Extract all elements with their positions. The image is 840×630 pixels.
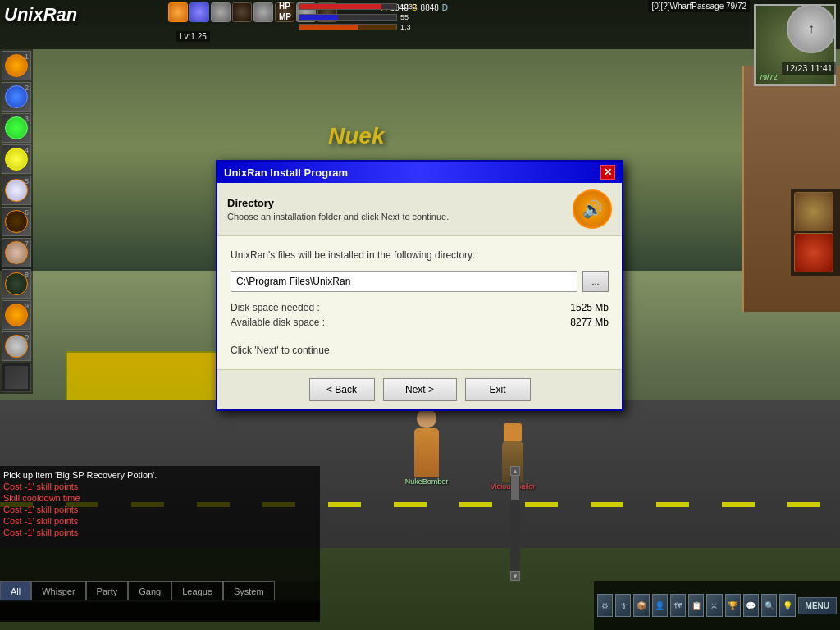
minimap-compass: ↑	[787, 4, 836, 53]
slot-num-3: 3	[25, 115, 29, 123]
bottom-icon-2[interactable]: 🗡	[615, 594, 631, 617]
chat-line-5: Cost -1' skill points	[3, 515, 317, 527]
bottom-icon-7[interactable]: ⚔	[706, 594, 722, 617]
disk-space-value: 1525 Mb	[570, 302, 609, 313]
bottom-icon-10[interactable]: 🔍	[761, 594, 777, 617]
bottom-icon-6[interactable]: 📋	[688, 594, 704, 617]
left-skillbar: 1 2 3 4 5 6 7 8 9 0	[0, 49, 33, 394]
chat-tab-all[interactable]: All	[0, 581, 31, 601]
scroll-down-arrow[interactable]: ▼	[510, 571, 520, 581]
skill-slot-9[interactable]: 9	[2, 300, 31, 330]
skill-slot-5[interactable]: 5	[2, 176, 31, 205]
slot-num-1: 1	[25, 52, 29, 61]
skill-slot-11[interactable]	[2, 363, 31, 392]
hp-label: HP	[279, 2, 295, 11]
skill-slot-6[interactable]: 6	[2, 207, 31, 236]
skill-slot-1[interactable]: 1	[2, 51, 31, 80]
back-button[interactable]: < Back	[309, 378, 375, 401]
path-input[interactable]	[231, 271, 578, 292]
icon-stat1	[211, 2, 231, 22]
scroll-thumb[interactable]	[511, 476, 519, 500]
exp-bar-row: 1.3	[279, 23, 417, 31]
bottom-icon-4[interactable]: 👤	[652, 594, 668, 617]
slot-num-8: 8	[25, 271, 29, 279]
next-button[interactable]: Next >	[383, 378, 457, 401]
mp-bar-inner	[299, 15, 338, 20]
player-body	[414, 428, 439, 477]
mp-bar-row: MP 55	[279, 12, 417, 21]
exit-button[interactable]: Exit	[465, 378, 531, 401]
bottom-icon-8[interactable]: 🏆	[725, 594, 741, 617]
dialog-titlebar: UnixRan Install Program ✕	[217, 162, 622, 183]
dialog-header-text: Directory Choose an installation folder …	[227, 197, 449, 221]
skill-slot-2[interactable]: 2	[2, 82, 31, 112]
scene-title-text: Nuek	[328, 123, 384, 149]
chat-tab-whisper[interactable]: Whisper	[31, 581, 85, 601]
compass-needle: ↑	[808, 21, 815, 36]
bottom-icon-1[interactable]: ⚙	[597, 594, 613, 617]
dialog-body-text: UnixRan's files will be installed in the…	[231, 249, 609, 261]
exp-bar-inner	[299, 25, 358, 30]
hp-value: 1232	[400, 2, 417, 11]
skill-slot-4[interactable]: 4	[2, 144, 31, 174]
disk-info: Disk space needed : 1525 Mb Available di…	[231, 302, 609, 328]
icon-mp	[189, 2, 209, 22]
dialog-footer: < Back Next > Exit	[217, 369, 622, 409]
chat-tabs: All Whisper Party Gang League System	[0, 581, 320, 601]
dialog-header-icon: 🔊	[573, 189, 612, 229]
chat-tab-league[interactable]: League	[171, 581, 223, 601]
stats-area: HP 1232 MP 55 1.3	[279, 2, 417, 31]
chat-line-4: Cost -1' skill points	[3, 504, 317, 515]
chat-input-bar	[0, 600, 320, 622]
scroll-track	[510, 476, 520, 571]
chat-line-3: Skill cooldown time	[3, 492, 317, 504]
bottom-right-icons: ⚙ 🗡 📦 👤 🗺 📋 ⚔ 🏆 💬 🔍 💡 MENU	[594, 581, 840, 630]
chat-tab-party[interactable]: Party	[86, 581, 129, 601]
bottom-icon-3[interactable]: 📦	[633, 594, 649, 617]
mp-value: 55	[400, 13, 409, 21]
hp-bar-outer	[299, 3, 397, 10]
avail-space-label: Available disk space :	[231, 317, 325, 328]
exp-bar-outer	[299, 24, 397, 30]
dialog-close-button[interactable]: ✕	[600, 165, 615, 180]
chat-input[interactable]	[0, 602, 320, 620]
chat-scrollbar[interactable]: ▲ ▼	[510, 466, 520, 581]
location-info: [0][?]WharfPassage 79/72	[648, 0, 750, 12]
slot-num-6: 6	[25, 208, 29, 217]
hp-bar-row: HP 1232	[279, 2, 417, 11]
mp-label: MP	[279, 12, 295, 21]
slot-num-5: 5	[25, 177, 29, 185]
bottom-icon-5[interactable]: 🗺	[670, 594, 686, 617]
menu-button[interactable]: MENU	[798, 597, 837, 614]
right-hud	[791, 189, 840, 276]
icon-stat3	[253, 2, 273, 22]
slot-num-7: 7	[25, 240, 29, 248]
bottom-icon-11[interactable]: 💡	[779, 594, 795, 617]
enemy-head	[504, 423, 522, 441]
chat-tab-gang[interactable]: Gang	[128, 581, 171, 601]
player-head	[417, 409, 436, 428]
stat-icon: D	[442, 3, 448, 12]
dialog-body: UnixRan's files will be installed in the…	[217, 236, 622, 369]
continue-note: Click 'Next' to continue.	[231, 345, 609, 356]
exp-value: 1.3	[400, 23, 411, 31]
skill-slot-0[interactable]: 0	[2, 331, 31, 361]
icon-hp	[168, 2, 188, 22]
chat-tab-system[interactable]: System	[223, 581, 275, 601]
avail-space-value: 8277 Mb	[570, 317, 609, 328]
chat-area: Pick up item 'Big SP Recovery Potion'. C…	[0, 466, 320, 581]
skill-slot-3[interactable]: 3	[2, 113, 31, 143]
slot-num-2: 2	[25, 84, 29, 92]
skill-slot-8[interactable]: 8	[2, 269, 31, 299]
dialog-section-title: Directory	[227, 197, 449, 209]
scroll-up-arrow[interactable]: ▲	[510, 466, 520, 476]
browse-button[interactable]: ...	[582, 271, 609, 292]
chat-line-1: Pick up item 'Big SP Recovery Potion'.	[3, 469, 317, 481]
skill-slot-7[interactable]: 7	[2, 238, 31, 267]
right-hud-icon-2[interactable]	[794, 233, 833, 272]
icon-stat2	[232, 2, 252, 22]
skill-icon-11	[5, 366, 28, 389]
bottom-icon-9[interactable]: 💬	[743, 594, 759, 617]
right-hud-icon-1[interactable]	[794, 192, 833, 231]
disk-space-row: Disk space needed : 1525 Mb	[231, 302, 609, 313]
